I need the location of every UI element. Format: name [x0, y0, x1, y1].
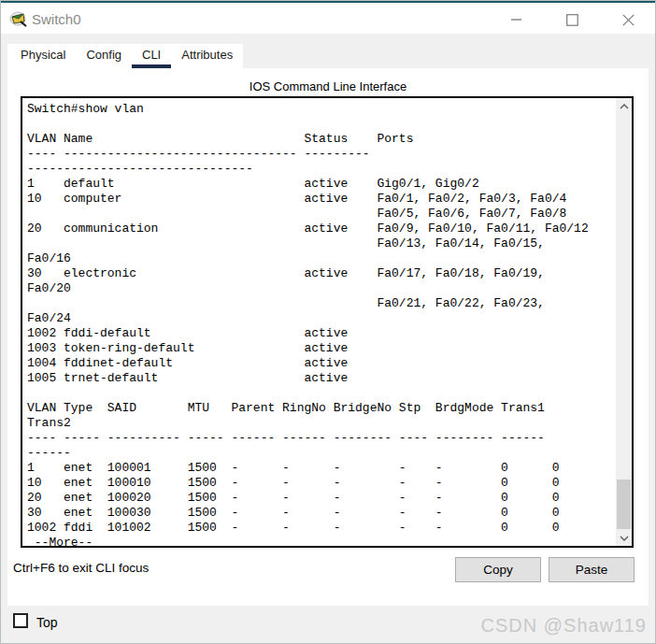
paste-button[interactable]: Paste: [549, 557, 635, 582]
ios-cli-heading: IOS Command Line Interface: [7, 79, 649, 93]
packet-tracer-app-icon: [9, 11, 28, 27]
device-tabs: Physical Config CLI Attributes: [7, 44, 243, 68]
tab-physical-label: Physical: [21, 48, 65, 62]
tab-cli-label: CLI: [142, 48, 161, 62]
scroll-down-icon[interactable]: [616, 530, 632, 546]
maximize-icon[interactable]: [551, 6, 593, 34]
terminal-scrollbar[interactable]: [616, 98, 632, 546]
top-checkbox-label: Top: [36, 615, 58, 630]
window-titlebar[interactable]: Switch0: [0, 3, 656, 34]
cli-terminal[interactable]: Switch#show vlan VLAN Name Status Ports …: [21, 96, 634, 548]
tab-physical[interactable]: Physical: [10, 44, 76, 68]
top-checkbox[interactable]: [13, 613, 28, 628]
terminal-output[interactable]: Switch#show vlan VLAN Name Status Ports …: [22, 98, 614, 546]
watermark-text: CSDN @Shaw119: [481, 615, 647, 637]
copy-button[interactable]: Copy: [455, 557, 541, 582]
tab-attributes[interactable]: Attributes: [171, 44, 243, 68]
window-title: Switch0: [32, 11, 81, 27]
close-icon[interactable]: [607, 6, 649, 34]
cli-focus-hint: Ctrl+F6 to exit CLI focus: [13, 561, 149, 575]
tab-config-label: Config: [86, 48, 121, 62]
minimize-icon[interactable]: [495, 6, 537, 34]
tab-cli[interactable]: CLI: [132, 44, 171, 68]
tab-config[interactable]: Config: [76, 44, 132, 68]
scrollbar-thumb[interactable]: [617, 479, 631, 529]
tab-attributes-label: Attributes: [181, 48, 233, 62]
scroll-up-icon[interactable]: [616, 98, 632, 114]
